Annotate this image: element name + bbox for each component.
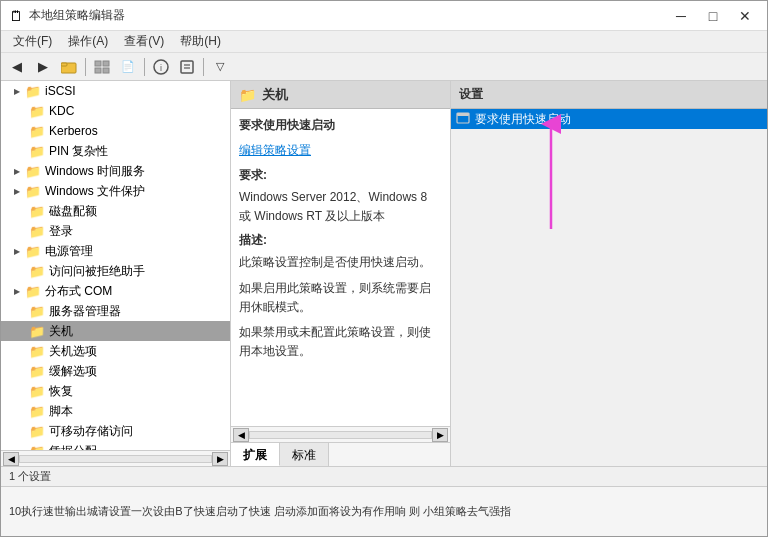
scroll-left-button[interactable]: ◀ (3, 452, 19, 466)
svg-rect-8 (181, 61, 193, 73)
tree-arrow-windows-time: ▶ (9, 163, 25, 179)
folder-icon-server-manager: 📁 (29, 303, 45, 319)
tree-arrow-dist-com: ▶ (9, 283, 25, 299)
folder-icon-kerberos: 📁 (29, 123, 45, 139)
tree-item-server-manager[interactable]: 📁 服务器管理器 (1, 301, 230, 321)
tree-arrow-iscsi: ▶ (9, 83, 25, 99)
tree-label-pin: PIN 复杂性 (49, 143, 108, 160)
menu-view[interactable]: 查看(V) (116, 31, 172, 52)
menu-help[interactable]: 帮助(H) (172, 31, 229, 52)
tree-label-removable-storage: 可移动存储访问 (49, 423, 133, 440)
tree-label-shutdown: 关机 (49, 323, 73, 340)
right-item-require-fast-start[interactable]: 要求使用快速启动 (451, 109, 767, 129)
tree-item-recover[interactable]: 📁 恢复 (1, 381, 230, 401)
folder-icon-windows-time: 📁 (25, 163, 41, 179)
edit-policy-link[interactable]: 编辑策略设置 (239, 143, 311, 157)
tree-item-slow-options[interactable]: 📁 缓解选项 (1, 361, 230, 381)
close-button[interactable]: ✕ (731, 5, 759, 27)
right-item-label-0: 要求使用快速启动 (475, 111, 571, 128)
folder-icon-script: 📁 (29, 403, 45, 419)
middle-scroll-track (249, 431, 432, 439)
folder-icon-windows-file: 📁 (25, 183, 41, 199)
tree-item-shutdown[interactable]: 📁 关机 (1, 321, 230, 341)
right-panel: 设置 要求使用快速启动 (451, 81, 767, 129)
require-section-title: 要求: (239, 167, 442, 184)
tree-item-credential-assign[interactable]: 📁 凭据分配 (1, 441, 230, 450)
tree-item-power[interactable]: ▶ 📁 电源管理 (1, 241, 230, 261)
back-button[interactable]: ◀ (5, 56, 29, 78)
window-icon: 🗒 (9, 8, 23, 24)
folder-icon-iscsi: 📁 (25, 83, 41, 99)
scroll-right-button[interactable]: ▶ (212, 452, 228, 466)
tree-item-windows-file[interactable]: ▶ 📁 Windows 文件保护 (1, 181, 230, 201)
tree-arrow-power: ▶ (9, 243, 25, 259)
middle-tabs: 扩展 标准 (231, 442, 450, 466)
maximize-button[interactable]: □ (699, 5, 727, 27)
folder-icon-access-deny: 📁 (29, 263, 45, 279)
tree-item-access-deny[interactable]: 📁 访问问被拒绝助手 (1, 261, 230, 281)
tree-label-credential-assign: 凭据分配 (49, 443, 97, 451)
props-button[interactable] (175, 56, 199, 78)
folder-icon-slow-options: 📁 (29, 363, 45, 379)
menu-file[interactable]: 文件(F) (5, 31, 60, 52)
desc-section-title: 描述: (239, 232, 442, 249)
middle-scroll-left[interactable]: ◀ (233, 428, 249, 442)
forward-button[interactable]: ▶ (31, 56, 55, 78)
tab-standard[interactable]: 标准 (280, 443, 329, 466)
svg-rect-4 (95, 68, 101, 73)
toolbar-separator-3 (203, 58, 204, 76)
right-header: 设置 (451, 81, 767, 109)
minimize-button[interactable]: ─ (667, 5, 695, 27)
bottom-desc-text: 10执行速世输出城请设置一次设由B了快速启动了快速 启动添加面将设为有作用响 则… (9, 504, 511, 519)
tree-area: ▶ 📁 iSCSI 📁 KDC 📁 Kerberos 📁 PIN 复杂 (1, 81, 230, 450)
folder-button[interactable] (57, 56, 81, 78)
svg-rect-3 (103, 61, 109, 66)
tree-item-kerberos[interactable]: 📁 Kerberos (1, 121, 230, 141)
tree-item-script[interactable]: 📁 脚本 (1, 401, 230, 421)
tree-item-kdc[interactable]: 📁 KDC (1, 101, 230, 121)
tree-label-shutdown-options: 关机选项 (49, 343, 97, 360)
right-item-icon-0 (455, 111, 471, 127)
folder-icon-power: 📁 (25, 243, 41, 259)
folder-icon-shutdown-options: 📁 (29, 343, 45, 359)
tree-item-iscsi[interactable]: ▶ 📁 iSCSI (1, 81, 230, 101)
tree-item-removable-storage[interactable]: 📁 可移动存储访问 (1, 421, 230, 441)
folder-icon-kdc: 📁 (29, 103, 45, 119)
left-scrollbar: ◀ ▶ (1, 450, 230, 466)
filter-button[interactable]: ▽ (208, 56, 232, 78)
tree-item-dist-com[interactable]: ▶ 📁 分布式 COM (1, 281, 230, 301)
title-bar: 🗒 本地组策略编辑器 ─ □ ✕ (1, 1, 767, 31)
tree-label-windows-time: Windows 时间服务 (45, 163, 145, 180)
middle-scroll-right[interactable]: ▶ (432, 428, 448, 442)
main-content: ▶ 📁 iSCSI 📁 KDC 📁 Kerberos 📁 PIN 复杂 (1, 81, 767, 466)
folder-icon-removable-storage: 📁 (29, 423, 45, 439)
svg-rect-2 (95, 61, 101, 66)
tab-expand[interactable]: 扩展 (231, 443, 280, 466)
tree-item-windows-time[interactable]: ▶ 📁 Windows 时间服务 (1, 161, 230, 181)
folder-icon-disk: 📁 (29, 203, 45, 219)
right-content: 要求使用快速启动 (451, 109, 767, 129)
tree-label-windows-file: Windows 文件保护 (45, 183, 145, 200)
folder-icon-login: 📁 (29, 223, 45, 239)
menu-action[interactable]: 操作(A) (60, 31, 116, 52)
folder-icon-recover: 📁 (29, 383, 45, 399)
status-bar: 1 个设置 (1, 466, 767, 486)
info-button[interactable]: i (149, 56, 173, 78)
bottom-description: 10执行速世输出城请设置一次设由B了快速启动了快速 启动添加面将设为有作用响 则… (1, 486, 767, 536)
tree-item-disk[interactable]: 📁 磁盘配额 (1, 201, 230, 221)
tree-label-kerberos: Kerberos (49, 124, 98, 138)
svg-rect-1 (61, 63, 67, 66)
tree-label-recover: 恢复 (49, 383, 73, 400)
view-button[interactable] (90, 56, 114, 78)
copy-button[interactable]: 📄 (116, 56, 140, 78)
desc-text: 此策略设置控制是否使用快速启动。 (239, 253, 442, 272)
tree-item-login[interactable]: 📁 登录 (1, 221, 230, 241)
tree-item-shutdown-options[interactable]: 📁 关机选项 (1, 341, 230, 361)
middle-panel: 📁 关机 要求使用快速启动 编辑策略设置 要求: Windows Server … (231, 81, 451, 466)
title-controls: ─ □ ✕ (667, 5, 759, 27)
title-bar-left: 🗒 本地组策略编辑器 (9, 7, 125, 24)
folder-icon-shutdown: 📁 (29, 323, 45, 339)
tree-label-access-deny: 访问问被拒绝助手 (49, 263, 145, 280)
menu-bar: 文件(F) 操作(A) 查看(V) 帮助(H) (1, 31, 767, 53)
tree-item-pin[interactable]: 📁 PIN 复杂性 (1, 141, 230, 161)
